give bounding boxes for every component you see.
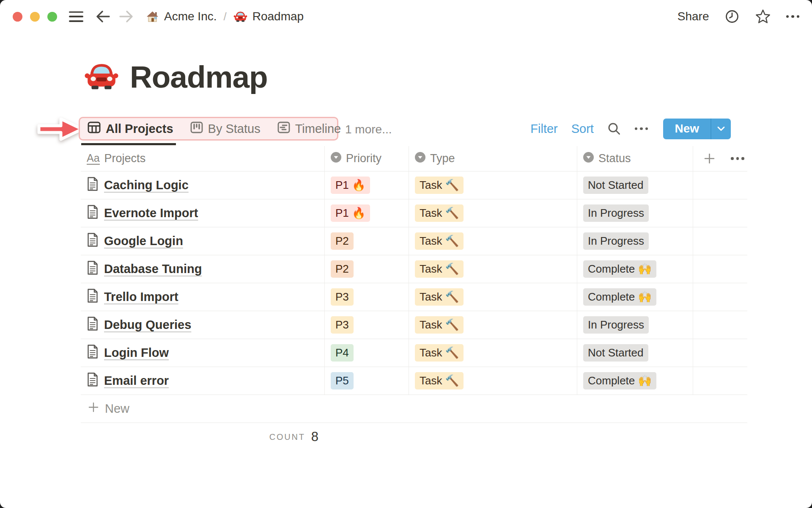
project-cell[interactable]: Caching Logic (81, 171, 324, 199)
empty-cell (693, 311, 747, 339)
priority-cell[interactable]: P1 🔥 (324, 171, 409, 199)
type-tag: Task 🔨 (415, 344, 464, 362)
zoom-window-button[interactable] (47, 12, 57, 22)
priority-cell[interactable]: P1 🔥 (324, 199, 409, 227)
project-cell[interactable]: Database Tuning (81, 255, 324, 283)
type-tag: Task 🔨 (415, 260, 464, 278)
count-value: 8 (311, 429, 318, 444)
text-type-icon: Aa (87, 152, 100, 165)
page-doc-icon (87, 373, 99, 389)
priority-cell[interactable]: P3 (324, 283, 409, 311)
annotation-highlight-box: All Projects By Status Timeline (79, 117, 338, 141)
add-row-button[interactable]: New (81, 395, 747, 423)
table-row: Email error P5 Task 🔨 Complete 🙌 (81, 367, 747, 395)
plus-icon (88, 401, 99, 416)
project-title: Evernote Import (104, 206, 198, 220)
type-cell[interactable]: Task 🔨 (409, 311, 577, 339)
table-options-icon[interactable] (731, 157, 744, 160)
add-row-label: New (105, 402, 129, 416)
type-cell[interactable]: Task 🔨 (409, 199, 577, 227)
type-cell[interactable]: Task 🔨 (409, 367, 577, 395)
priority-cell[interactable]: P2 (324, 227, 409, 255)
project-title: Login Flow (104, 346, 169, 360)
filter-button[interactable]: Filter (530, 122, 557, 136)
view-options-icon[interactable] (635, 127, 648, 130)
traffic-lights (13, 12, 57, 22)
empty-cell (693, 283, 747, 311)
empty-cell (693, 255, 747, 283)
table-view-icon (88, 121, 101, 136)
table-row: Google Login P2 Task 🔨 In Progress (81, 227, 747, 255)
close-window-button[interactable] (13, 12, 22, 22)
status-cell[interactable]: In Progress (577, 311, 693, 339)
status-cell[interactable]: Not Started (577, 171, 693, 199)
tab-timeline[interactable]: Timeline (277, 121, 341, 136)
more-options-icon[interactable] (786, 15, 800, 18)
page-doc-icon (87, 317, 99, 334)
column-header-projects[interactable]: Aa Projects (81, 146, 324, 171)
priority-tag: P3 (331, 288, 354, 306)
table-row: Trello Import P3 Task 🔨 Complete 🙌 (81, 283, 747, 311)
project-cell[interactable]: Evernote Import (81, 199, 324, 227)
count-label[interactable]: COUNT (269, 432, 305, 442)
type-cell[interactable]: Task 🔨 (409, 283, 577, 311)
table-row: Debug Queries P3 Task 🔨 In Progress (81, 311, 747, 339)
type-cell[interactable]: Task 🔨 (409, 227, 577, 255)
more-views-link[interactable]: 1 more... (345, 123, 392, 136)
project-cell[interactable]: Login Flow (81, 339, 324, 367)
favorite-star-icon[interactable] (755, 8, 771, 25)
type-tag: Task 🔨 (415, 372, 464, 389)
forward-arrow-icon[interactable] (118, 9, 134, 24)
column-header-type[interactable]: Type (409, 146, 577, 171)
share-button[interactable]: Share (678, 10, 709, 23)
page-title[interactable]: Roadmap (130, 59, 268, 94)
table-row: Caching Logic P1 🔥 Task 🔨 Not Started (81, 171, 747, 199)
project-cell[interactable]: Debug Queries (81, 311, 324, 339)
view-toolbar: Filter Sort New (530, 117, 731, 141)
type-cell[interactable]: Task 🔨 (409, 339, 577, 367)
back-arrow-icon[interactable] (95, 9, 111, 24)
new-button[interactable]: New (663, 119, 710, 139)
breadcrumb-page[interactable]: Roadmap (252, 10, 304, 23)
updates-clock-icon[interactable] (724, 9, 740, 24)
add-column-icon[interactable] (703, 152, 716, 165)
projects-table: Aa Projects Priority Type Status (81, 146, 747, 451)
sidebar-toggle-icon[interactable] (69, 11, 83, 22)
type-tag: Task 🔨 (415, 204, 464, 222)
select-type-icon (331, 152, 341, 166)
tab-all-projects[interactable]: All Projects (88, 121, 173, 136)
status-tag: Complete 🙌 (583, 288, 656, 306)
project-cell[interactable]: Email error (81, 367, 324, 395)
type-cell[interactable]: Task 🔨 (409, 171, 577, 199)
new-dropdown-button[interactable] (711, 119, 731, 139)
column-header-status[interactable]: Status (577, 146, 693, 171)
status-cell[interactable]: In Progress (577, 199, 693, 227)
project-cell[interactable]: Trello Import (81, 283, 324, 311)
sort-button[interactable]: Sort (571, 122, 594, 136)
priority-cell[interactable]: P2 (324, 255, 409, 283)
priority-cell[interactable]: P4 (324, 339, 409, 367)
column-header-priority[interactable]: Priority (324, 146, 409, 171)
status-cell[interactable]: Not Started (577, 339, 693, 367)
topbar-actions: Share (678, 8, 799, 25)
search-icon[interactable] (607, 122, 621, 136)
type-cell[interactable]: Task 🔨 (409, 255, 577, 283)
priority-cell[interactable]: P3 (324, 311, 409, 339)
priority-tag: P4 (331, 344, 354, 362)
tab-label: By Status (208, 122, 261, 136)
status-cell[interactable]: In Progress (577, 227, 693, 255)
table-row: Evernote Import P1 🔥 Task 🔨 In Progress (81, 199, 747, 227)
priority-cell[interactable]: P5 (324, 367, 409, 395)
breadcrumb-workspace[interactable]: Acme Inc. (164, 10, 217, 23)
page-doc-icon (87, 177, 99, 194)
status-cell[interactable]: Complete 🙌 (577, 283, 693, 311)
page-icon-car[interactable] (84, 61, 119, 94)
status-tag: In Progress (583, 232, 649, 250)
tab-by-status[interactable]: By Status (190, 121, 261, 136)
status-cell[interactable]: Complete 🙌 (577, 255, 693, 283)
status-cell[interactable]: Complete 🙌 (577, 367, 693, 395)
project-title: Trello Import (104, 290, 178, 304)
minimize-window-button[interactable] (30, 12, 40, 22)
project-cell[interactable]: Google Login (81, 227, 324, 255)
table-footer: COUNT 8 (81, 423, 324, 451)
